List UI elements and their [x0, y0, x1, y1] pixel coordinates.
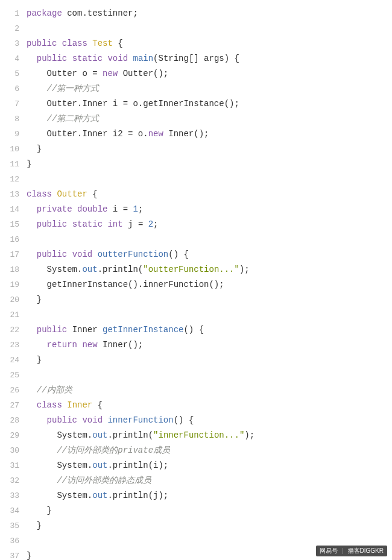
code-content: public class Test { — [27, 36, 123, 51]
line-number: 19 — [0, 277, 27, 292]
code-line: 27 class Inner { — [0, 398, 392, 413]
code-line: 32 //访问外部类的静态成员 — [0, 473, 392, 488]
code-content: public Inner getInnerInstance() { — [27, 322, 204, 338]
code-line: 15 public static int j = 2; — [0, 217, 392, 232]
line-number: 4 — [0, 51, 27, 66]
code-line: 19 getInnerInstance().innerFunction(); — [0, 277, 392, 292]
line-number: 6 — [0, 81, 27, 96]
line-number: 2 — [0, 21, 27, 36]
code-line: 18 System.out.println("outterFunction...… — [0, 262, 392, 277]
code-line: 3public class Test { — [0, 36, 392, 51]
code-content: } — [27, 353, 42, 368]
watermark-separator — [343, 548, 343, 554]
line-number: 20 — [0, 292, 27, 307]
code-content: private double i = 1; — [27, 202, 143, 217]
code-line: 28 public void innerFunction() { — [0, 413, 392, 428]
line-number: 35 — [0, 518, 27, 533]
code-line: 6 //第一种方式 — [0, 81, 392, 96]
code-content: public static void main(String[] args) { — [27, 51, 239, 66]
line-number: 30 — [0, 443, 27, 458]
code-line: 33 System.out.println(j); — [0, 488, 392, 503]
line-number: 15 — [0, 217, 27, 232]
line-number: 26 — [0, 383, 27, 398]
line-number: 18 — [0, 262, 27, 277]
code-content: System.out.println("outterFunction..."); — [27, 262, 250, 277]
line-number: 8 — [0, 112, 27, 127]
code-content: package com.testinner; — [27, 6, 138, 21]
code-content: } — [27, 518, 42, 533]
code-content: class Outter { — [27, 187, 98, 202]
line-number: 11 — [0, 157, 27, 172]
code-content: public static int j = 2; — [27, 217, 159, 232]
code-content: } — [27, 292, 42, 307]
line-number: 3 — [0, 36, 27, 51]
line-number: 25 — [0, 368, 27, 383]
line-number: 10 — [0, 142, 27, 157]
code-line: 1package com.testinner; — [0, 6, 392, 21]
code-line: 20 } — [0, 292, 392, 307]
code-line: 30 //访问外部类的private成员 — [0, 443, 392, 458]
code-content: //第一种方式 — [27, 81, 99, 96]
line-number: 37 — [0, 549, 27, 560]
code-content: //访问外部类的静态成员 — [27, 473, 151, 488]
code-line: 5 Outter o = new Outter(); — [0, 66, 392, 81]
code-line: 8 //第二种方式 — [0, 112, 392, 127]
code-line: 24 } — [0, 353, 392, 368]
watermark: 网易号 播客DIGGKR — [316, 546, 387, 556]
code-content: return new Inner(); — [27, 338, 143, 353]
code-line: 17 public void outterFunction() { — [0, 247, 392, 262]
code-content: //第二种方式 — [27, 112, 99, 127]
code-line: 29 System.out.println("innerFunction..."… — [0, 428, 392, 443]
line-number: 16 — [0, 232, 27, 247]
watermark-author: 播客DIGGKR — [348, 547, 384, 554]
line-number: 33 — [0, 488, 27, 503]
line-number: 5 — [0, 66, 27, 81]
line-number: 28 — [0, 413, 27, 428]
code-content: } — [27, 503, 52, 518]
code-content: } — [27, 549, 31, 560]
code-content: class Inner { — [27, 398, 103, 413]
line-number: 17 — [0, 247, 27, 262]
code-content: Outter.Inner i2 = o.new Inner(); — [27, 127, 209, 142]
code-line: 12 — [0, 172, 392, 187]
code-editor: 1package com.testinner;23public class Te… — [0, 0, 392, 560]
code-content: //内部类 — [27, 383, 72, 398]
code-line: 22 public Inner getInnerInstance() { — [0, 322, 392, 338]
line-number: 24 — [0, 353, 27, 368]
code-line: 31 System.out.println(i); — [0, 458, 392, 473]
line-number: 12 — [0, 172, 27, 187]
code-line: 25 — [0, 368, 392, 383]
line-number: 14 — [0, 202, 27, 217]
code-line: 26 //内部类 — [0, 383, 392, 398]
code-content: Outter.Inner i = o.getInnerInstance(); — [27, 96, 239, 112]
code-content: System.out.println(j); — [27, 488, 168, 503]
line-number: 27 — [0, 398, 27, 413]
code-content: } — [27, 157, 31, 172]
code-line: 11} — [0, 157, 392, 172]
code-content: //访问外部类的private成员 — [27, 443, 170, 458]
line-number: 29 — [0, 428, 27, 443]
code-content: public void outterFunction() { — [27, 247, 189, 262]
line-number: 31 — [0, 458, 27, 473]
line-number: 9 — [0, 127, 27, 142]
code-line: 16 — [0, 232, 392, 247]
watermark-brand: 网易号 — [320, 547, 338, 554]
line-number: 7 — [0, 96, 27, 112]
code-line: 14 private double i = 1; — [0, 202, 392, 217]
code-content: Outter o = new Outter(); — [27, 66, 168, 81]
code-line: 2 — [0, 21, 392, 36]
line-number: 36 — [0, 533, 27, 549]
code-line: 10 } — [0, 142, 392, 157]
code-line: 34 } — [0, 503, 392, 518]
line-number: 21 — [0, 307, 27, 322]
code-line: 21 — [0, 307, 392, 322]
code-line: 13class Outter { — [0, 187, 392, 202]
code-content: System.out.println("innerFunction..."); — [27, 428, 254, 443]
code-content: System.out.println(i); — [27, 458, 168, 473]
line-number: 34 — [0, 503, 27, 518]
line-number: 23 — [0, 338, 27, 353]
line-number: 1 — [0, 6, 27, 21]
line-number: 22 — [0, 322, 27, 338]
code-line: 23 return new Inner(); — [0, 338, 392, 353]
code-line: 35 } — [0, 518, 392, 533]
